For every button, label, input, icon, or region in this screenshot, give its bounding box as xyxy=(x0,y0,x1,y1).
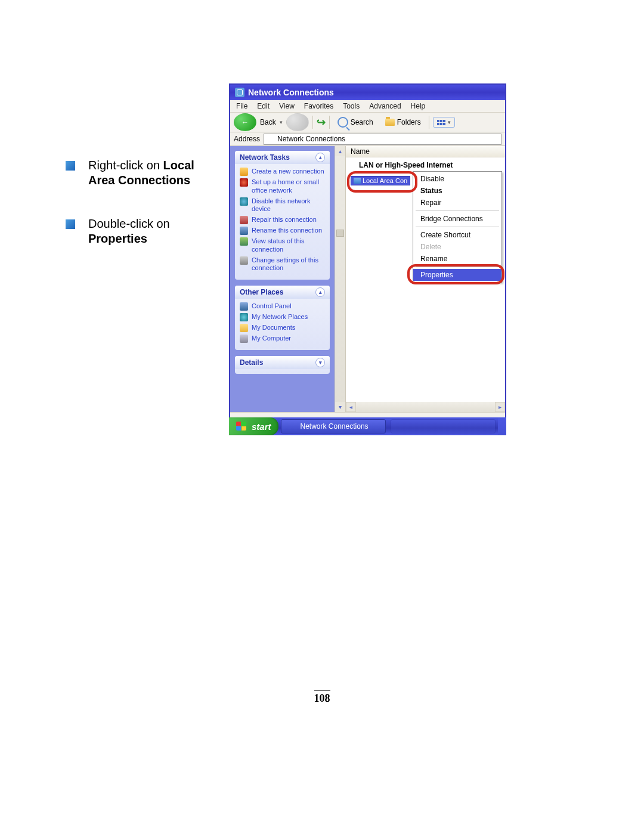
instruction-list: Right-click on Local Area Connections Do… xyxy=(66,158,221,275)
side-panel: Network Tasks ▴ Create a new connection … xyxy=(230,146,335,412)
h-scrollbar[interactable]: ◂ ▸ xyxy=(346,402,505,412)
ctx-separator xyxy=(416,227,499,227)
toolbar: ← Back ▾ ↪ Search Folders ▾ xyxy=(230,113,505,132)
forward-button[interactable] xyxy=(286,113,309,131)
scroll-left-icon[interactable]: ◂ xyxy=(346,402,356,412)
taskbar-item-empty[interactable] xyxy=(391,419,496,433)
address-bar: Address Network Connections xyxy=(230,132,505,146)
taskbar-app-icon xyxy=(289,422,297,431)
window-title: Network Connections xyxy=(248,88,334,97)
h-scroll-track[interactable] xyxy=(356,402,495,412)
task-change-settings[interactable]: Change settings of this connection xyxy=(240,256,325,273)
context-menu: Disable Status Repair Bridge Connections… xyxy=(413,171,502,283)
separator xyxy=(312,116,313,129)
documents-icon xyxy=(240,324,248,332)
ctx-bridge[interactable]: Bridge Connections xyxy=(413,213,501,225)
separator xyxy=(329,116,330,129)
wizard-icon xyxy=(240,168,248,176)
menu-advanced[interactable]: Advanced xyxy=(369,102,401,110)
task-create-connection[interactable]: Create a new connection xyxy=(240,168,325,176)
start-button[interactable]: start xyxy=(229,417,278,435)
task-rename[interactable]: Rename this connection xyxy=(240,227,325,235)
scroll-up-icon[interactable]: ▴ xyxy=(335,146,345,156)
place-control-panel[interactable]: Control Panel xyxy=(240,302,325,311)
ctx-delete: Delete xyxy=(413,241,501,253)
menu-file[interactable]: File xyxy=(236,102,247,110)
place-my-computer[interactable]: My Computer xyxy=(240,335,325,343)
back-label[interactable]: Back xyxy=(260,118,276,126)
ctx-create-shortcut[interactable]: Create Shortcut xyxy=(413,229,501,241)
back-dropdown-icon[interactable]: ▾ xyxy=(280,119,283,125)
start-label: start xyxy=(252,422,271,432)
taskbar: start Network Connections xyxy=(229,417,506,435)
menu-help[interactable]: Help xyxy=(411,102,426,110)
place-network-places[interactable]: My Network Places xyxy=(240,313,325,321)
instruction-1: Right-click on Local Area Connections xyxy=(66,158,221,188)
network-tasks-box: Network Tasks ▴ Create a new connection … xyxy=(235,151,330,280)
column-header-name[interactable]: Name xyxy=(346,146,505,157)
separator xyxy=(429,116,429,129)
windows-flag-icon xyxy=(236,422,247,431)
ctx-separator xyxy=(416,210,499,211)
address-value: Network Connections xyxy=(277,135,345,143)
settings-icon xyxy=(240,256,248,265)
bullet-icon xyxy=(66,219,75,229)
status-icon xyxy=(240,237,248,246)
repair-icon xyxy=(240,216,248,224)
home-network-icon xyxy=(240,178,248,187)
computer-icon xyxy=(240,335,248,343)
ctx-separator xyxy=(416,267,499,267)
address-field[interactable]: Network Connections xyxy=(264,134,501,145)
local-area-connection-item[interactable]: Local Area Con xyxy=(351,176,410,185)
folder-icon xyxy=(385,119,395,126)
search-icon xyxy=(338,117,348,128)
menu-view[interactable]: View xyxy=(279,102,295,110)
task-view-status[interactable]: View status of this connection xyxy=(240,237,325,254)
details-box: Details ▾ xyxy=(235,356,330,374)
nic-icon xyxy=(354,178,361,184)
ctx-properties[interactable]: Properties xyxy=(413,269,501,281)
inner-scrollbar[interactable]: ▴ ▾ xyxy=(335,146,346,412)
address-label: Address xyxy=(234,135,260,143)
page-number-value: 108 xyxy=(314,690,330,705)
app-icon xyxy=(235,88,244,97)
rename-icon xyxy=(240,227,248,235)
menu-tools[interactable]: Tools xyxy=(343,102,360,110)
ctx-repair[interactable]: Repair xyxy=(413,197,501,209)
titlebar[interactable]: Network Connections xyxy=(230,85,505,100)
group-title: LAN or High-Speed Internet xyxy=(346,157,505,172)
other-places-box: Other Places ▴ Control Panel My Network … xyxy=(235,286,330,350)
instruction-2: Double-click on Properties xyxy=(66,216,221,246)
scroll-down-icon[interactable]: ▾ xyxy=(335,402,345,412)
views-button[interactable]: ▾ xyxy=(433,117,455,128)
instruction-2-pre: Double-click on xyxy=(88,217,170,230)
collapse-icon[interactable]: ▴ xyxy=(315,153,325,162)
place-my-documents[interactable]: My Documents xyxy=(240,324,325,332)
menu-edit[interactable]: Edit xyxy=(257,102,270,110)
scroll-grip[interactable] xyxy=(336,230,344,237)
menu-favorites[interactable]: Favorites xyxy=(304,102,333,110)
ctx-disable[interactable]: Disable xyxy=(413,173,501,185)
disable-icon xyxy=(240,197,248,206)
ctx-status[interactable]: Status xyxy=(413,185,501,197)
taskbar-item-network[interactable]: Network Connections xyxy=(281,419,386,433)
search-button[interactable]: Search xyxy=(333,115,377,129)
folders-button[interactable]: Folders xyxy=(381,116,425,128)
instruction-1-pre: Right-click on xyxy=(88,159,163,172)
ctx-rename[interactable]: Rename xyxy=(413,253,501,265)
collapse-icon[interactable]: ▴ xyxy=(315,287,325,297)
folders-label: Folders xyxy=(397,118,421,126)
up-button[interactable]: ↪ xyxy=(317,116,326,129)
search-label: Search xyxy=(351,118,373,126)
task-repair[interactable]: Repair this connection xyxy=(240,216,325,224)
lac-label: Local Area Con xyxy=(363,177,407,184)
menubar: File Edit View Favorites Tools Advanced … xyxy=(230,100,505,113)
system-tray[interactable] xyxy=(498,417,506,435)
task-disable-device[interactable]: Disable this network device xyxy=(240,197,325,214)
expand-icon[interactable]: ▾ xyxy=(315,358,325,367)
page-number: 108 xyxy=(0,690,644,705)
task-setup-network[interactable]: Set up a home or small office network xyxy=(240,178,325,195)
back-button[interactable]: ← xyxy=(234,113,256,131)
other-places-title: Other Places xyxy=(240,288,283,296)
scroll-right-icon[interactable]: ▸ xyxy=(495,402,505,412)
